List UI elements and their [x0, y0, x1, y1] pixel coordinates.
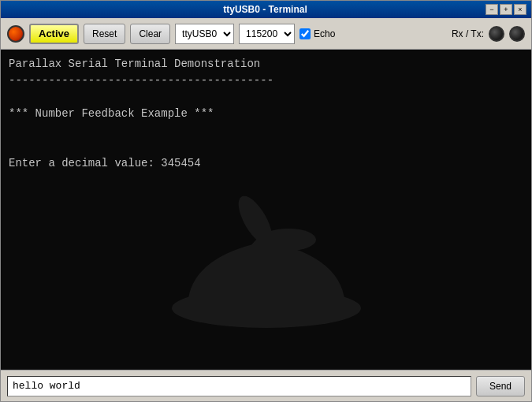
svg-point-3 — [261, 229, 316, 251]
main-window: ttyUSB0 - Terminal − + × Active Reset Cl… — [0, 0, 532, 402]
baud-select[interactable]: 9600 19200 38400 57600 115200 230400 — [239, 24, 295, 44]
close-button[interactable]: × — [514, 4, 526, 15]
rx-led — [489, 26, 504, 42]
active-button[interactable]: Active — [29, 24, 79, 44]
echo-checkbox[interactable] — [299, 28, 311, 39]
input-field[interactable] — [7, 376, 471, 396]
tx-led — [509, 26, 525, 42]
echo-label: Echo — [299, 28, 335, 39]
rx-tx-text: Rx / Tx: — [452, 28, 484, 39]
svg-point-0 — [172, 288, 361, 328]
svg-point-4 — [232, 229, 278, 288]
svg-point-1 — [257, 230, 276, 249]
maximize-button[interactable]: + — [500, 4, 512, 15]
clear-button[interactable]: Clear — [130, 24, 170, 44]
input-bar: Send — [1, 370, 531, 401]
send-button[interactable]: Send — [476, 376, 525, 396]
minimize-button[interactable]: − — [485, 4, 498, 15]
title-bar-controls: − + × — [485, 4, 526, 15]
terminal-output: Parallax Serial Terminal Demonstration -… — [9, 56, 523, 172]
toolbar: Active Reset Clear ttyUSB0 ttyUSB1 ttyS0… — [1, 18, 531, 50]
watermark-logo — [140, 154, 392, 346]
window-title: ttyUSB0 - Terminal — [45, 4, 485, 15]
svg-point-2 — [232, 191, 278, 250]
echo-text: Echo — [314, 28, 335, 39]
rx-tx-section: Rx / Tx: — [452, 26, 525, 42]
terminal-area[interactable]: Parallax Serial Terminal Demonstration -… — [1, 50, 531, 370]
port-select[interactable]: ttyUSB0 ttyUSB1 ttyS0 ttyS1 — [175, 24, 234, 44]
reset-button[interactable]: Reset — [84, 24, 125, 44]
title-bar: ttyUSB0 - Terminal − + × — [1, 1, 531, 18]
power-led — [7, 25, 24, 43]
